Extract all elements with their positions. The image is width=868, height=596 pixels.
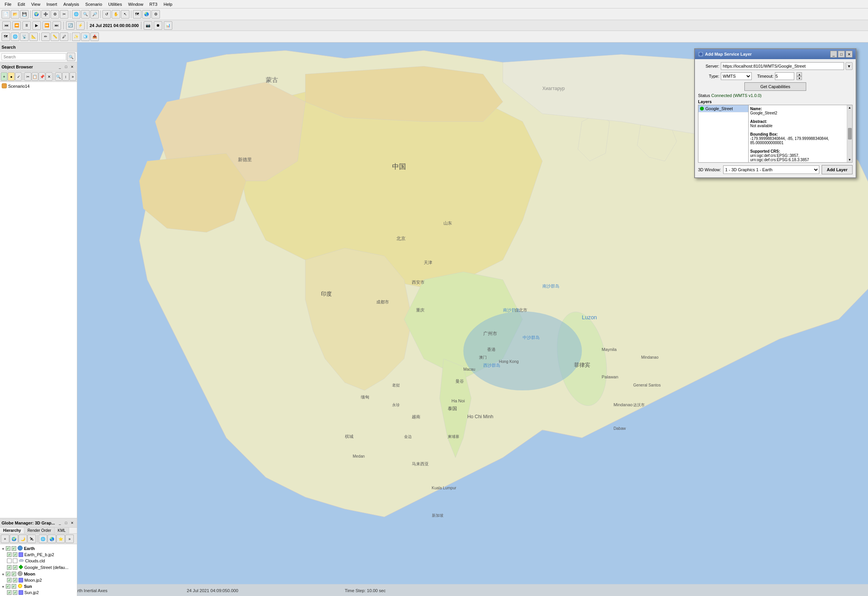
dialog-restore-btn[interactable]: □ xyxy=(838,51,845,58)
globe-btn[interactable]: 🌏 xyxy=(142,10,151,19)
timeline-pause-btn[interactable]: ⏸ xyxy=(22,21,31,30)
globe-sat-btn[interactable]: 🛰 xyxy=(27,535,36,543)
select-btn[interactable]: ↖ xyxy=(121,10,129,19)
globe-manager-close[interactable]: ✕ xyxy=(69,520,75,526)
annotate-btn[interactable]: 🖊 xyxy=(60,32,68,41)
layer-btn[interactable]: 🗺 xyxy=(133,10,141,19)
properties-btn[interactable]: ⚙ xyxy=(51,10,59,19)
ob-copy-btn[interactable]: 📋 xyxy=(32,72,38,81)
timeline-play-btn[interactable]: ▶ xyxy=(32,21,41,30)
menu-view[interactable]: View xyxy=(28,1,44,7)
view-2d-btn[interactable]: 🗺 xyxy=(2,32,10,41)
earth-pe-checkbox[interactable] xyxy=(7,552,12,557)
save-btn[interactable]: 💾 xyxy=(20,10,29,19)
menu-edit[interactable]: Edit xyxy=(15,1,28,7)
fx-btn[interactable]: ✨ xyxy=(72,32,80,41)
timeline-camera-btn[interactable]: 📷 xyxy=(144,21,152,30)
window-3d-select[interactable]: 1 - 3D Graphics 1 - Earth xyxy=(723,165,819,174)
gstreet-vis-checkbox[interactable] xyxy=(13,565,17,570)
menu-help[interactable]: Help xyxy=(160,1,175,7)
delete-btn[interactable]: ✂ xyxy=(60,10,68,19)
timeline-prev-btn[interactable]: ⏪ xyxy=(12,21,21,30)
timeline-loop-btn[interactable]: 🔄 xyxy=(66,21,75,30)
menu-scenario[interactable]: Scenario xyxy=(82,1,105,7)
timeline-record-btn[interactable]: ⏺ xyxy=(154,21,162,30)
moon-jp2-checkbox[interactable] xyxy=(7,578,12,582)
gstreet-checkbox[interactable] xyxy=(7,565,12,570)
sensor-btn[interactable]: 📡 xyxy=(20,32,29,41)
export-btn[interactable]: 📤 xyxy=(90,32,99,41)
ob-new-btn[interactable]: + xyxy=(1,72,7,81)
timeline-start-btn[interactable]: ⏮ xyxy=(2,21,11,30)
zoom-world-btn[interactable]: 🌐 xyxy=(72,10,80,19)
timeline-report-btn[interactable]: 📊 xyxy=(164,21,172,30)
globe-tree-moon[interactable]: Moon xyxy=(1,570,76,577)
globe-tree-moon-jp2[interactable]: Moon.jp2 xyxy=(1,577,76,583)
object-browser-maximize[interactable]: □ xyxy=(63,64,69,70)
globe-add-btn[interactable]: + xyxy=(1,535,9,543)
earth-vis-checkbox[interactable] xyxy=(12,546,16,551)
ob-delete-btn[interactable]: ✕ xyxy=(46,72,52,81)
moon-jp2-vis-checkbox[interactable] xyxy=(13,578,17,582)
menu-file[interactable]: File xyxy=(2,1,15,7)
pan-btn[interactable]: ✋ xyxy=(112,10,120,19)
globe-tree-sun[interactable]: Sun xyxy=(1,583,76,590)
dialog-close-btn[interactable]: ✕ xyxy=(846,51,853,58)
zoom-out-btn[interactable]: 🔎 xyxy=(90,10,99,19)
globe-tree-earth[interactable]: Earth xyxy=(1,545,76,552)
rotate-btn[interactable]: ↺ xyxy=(102,10,111,19)
timeline-end-btn[interactable]: ⏭ xyxy=(53,21,61,30)
search-go-btn[interactable]: 🔍 xyxy=(67,53,75,61)
globe-moon-btn[interactable]: 🌙 xyxy=(19,535,27,543)
globe-tree-earth-pe[interactable]: Earth_PE_b.jp2 xyxy=(1,552,76,557)
menu-rt3[interactable]: RT3 xyxy=(146,1,161,7)
globe-globe1-btn[interactable]: 🌐 xyxy=(39,535,47,543)
sun-checkbox[interactable] xyxy=(6,584,10,589)
analysis2-btn[interactable]: 📐 xyxy=(29,32,38,41)
menu-utilities[interactable]: Utilities xyxy=(105,1,125,7)
ob-find-btn[interactable]: 🔍 xyxy=(55,72,62,81)
timeout-down-btn[interactable]: ▼ xyxy=(797,76,802,80)
zoom-in-btn[interactable]: 🔍 xyxy=(81,10,90,19)
new-btn[interactable]: 📄 xyxy=(2,10,10,19)
dialog-minimize-btn[interactable]: _ xyxy=(830,51,837,58)
globe-more-btn[interactable]: » xyxy=(65,535,74,543)
menu-window[interactable]: Window xyxy=(125,1,146,7)
ob-check-btn[interactable]: ✓ xyxy=(15,72,22,81)
open-btn[interactable]: 📂 xyxy=(11,10,19,19)
globe-tree-clouds[interactable]: Clouds.cld xyxy=(1,557,76,564)
globe-tab-hierarchy[interactable]: Hierarchy xyxy=(0,528,24,533)
globe-tab-render[interactable]: Render Order xyxy=(24,528,54,533)
server-dropdown-btn[interactable]: ▼ xyxy=(846,62,853,70)
ob-paste-btn[interactable]: 📌 xyxy=(39,72,45,81)
sun-jp2-vis-checkbox[interactable] xyxy=(13,590,17,595)
menu-insert[interactable]: Insert xyxy=(43,1,60,7)
globe-tree-google-street[interactable]: Google_Street (defau... xyxy=(1,564,76,570)
menu-analysis[interactable]: Analysis xyxy=(60,1,82,7)
globe-earth-btn[interactable]: 🌍 xyxy=(10,535,18,543)
layer-scrollbar-thumb[interactable] xyxy=(848,128,852,140)
earth-pe-vis-checkbox[interactable] xyxy=(13,552,17,557)
globe-star-btn[interactable]: ⭐ xyxy=(56,535,65,543)
search-input[interactable] xyxy=(2,53,66,60)
timeline-step-btn[interactable]: ⚡ xyxy=(76,21,85,30)
ob-more-btn[interactable]: » xyxy=(70,72,76,81)
server-input[interactable] xyxy=(721,62,844,70)
earth-checkbox[interactable] xyxy=(6,546,10,551)
measure-btn[interactable]: 📏 xyxy=(51,32,59,41)
model-btn[interactable]: 🧊 xyxy=(81,32,90,41)
view-3d-btn[interactable]: 🌐 xyxy=(11,32,19,41)
timeline-fwd-btn[interactable]: ⏩ xyxy=(42,21,51,30)
globe-manager-maximize[interactable]: □ xyxy=(63,520,69,526)
layer-scrollbar[interactable]: ▲ ▼ xyxy=(847,105,852,162)
object-browser-minimize[interactable]: _ xyxy=(57,64,63,70)
insert-btn[interactable]: ➕ xyxy=(41,10,50,19)
globe-tab-kml[interactable]: KML xyxy=(54,528,69,533)
settings-btn[interactable]: ⚙ xyxy=(151,10,160,19)
add-layer-btn[interactable]: Add Layer xyxy=(822,165,853,174)
object-browser-close[interactable]: ✕ xyxy=(69,64,75,70)
get-capabilities-btn[interactable]: Get Capabilities xyxy=(744,82,806,91)
clouds-vis-checkbox[interactable] xyxy=(13,559,17,563)
draw-btn[interactable]: ✏ xyxy=(41,32,50,41)
ob-cut-btn[interactable]: ✂ xyxy=(24,72,31,81)
